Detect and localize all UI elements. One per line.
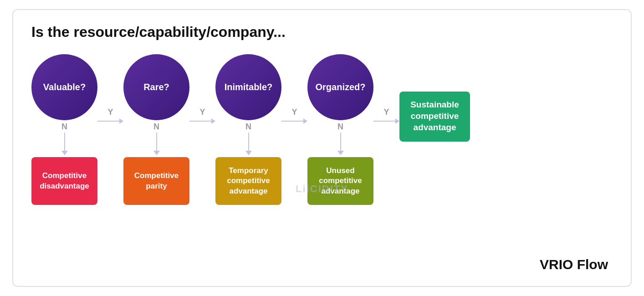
v-line-4 bbox=[340, 133, 341, 151]
arrow-right-4: Y bbox=[373, 107, 399, 124]
y-label-1: Y bbox=[107, 107, 113, 117]
arrow-right-3: Y bbox=[281, 107, 307, 124]
arrow-down-rare: N bbox=[153, 122, 160, 155]
vrio-card: Is the resource/capability/company... Va… bbox=[12, 9, 632, 287]
v-line-1 bbox=[64, 133, 65, 151]
circle-organized: Organized? bbox=[307, 54, 373, 120]
node-group-valuable: Valuable? N Competitive disadvantage bbox=[31, 54, 97, 205]
y-label-3: Y bbox=[291, 107, 297, 117]
vrio-flow-label: VRIO Flow bbox=[540, 257, 608, 272]
node-group-inimitable: Inimitable? N Temporary competitive adva… bbox=[215, 54, 281, 205]
outcome-competitive-disadvantage: Competitive disadvantage bbox=[31, 157, 97, 205]
arrow-down-valuable: N bbox=[61, 122, 68, 155]
y-label-2: Y bbox=[199, 107, 205, 117]
y-label-4: Y bbox=[383, 107, 389, 117]
node-group-rare: Rare? N Competitive parity bbox=[123, 54, 189, 205]
v-line-3 bbox=[248, 133, 249, 151]
circle-rare: Rare? bbox=[123, 54, 189, 120]
node-group-organized: Organized? N Unused competitive advantag… bbox=[307, 54, 373, 205]
circle-inimitable: Inimitable? bbox=[215, 54, 281, 120]
v-arrowhead-3 bbox=[245, 151, 252, 155]
v-arrowhead-1 bbox=[61, 151, 68, 155]
circle-valuable: Valuable? bbox=[31, 54, 97, 120]
v-arrowhead-4 bbox=[337, 151, 344, 155]
outcome-sustainable-competitive-advantage: Sustainable competitive advantage bbox=[399, 92, 470, 142]
outcome-temporary-competitive-advantage: Temporary competitive advantage bbox=[215, 157, 281, 205]
arrow-right-2: Y bbox=[189, 107, 215, 124]
v-line-2 bbox=[156, 133, 157, 151]
outcome-competitive-parity: Competitive parity bbox=[123, 157, 189, 205]
vrio-diagram: Valuable? N Competitive disadvantage Y bbox=[31, 54, 613, 205]
v-arrowhead-2 bbox=[153, 151, 160, 155]
sustainable-wrapper: Sustainable competitive advantage bbox=[399, 90, 470, 142]
outcome-unused-competitive-advantage: Unused competitive advantage bbox=[307, 157, 373, 205]
arrow-down-inimitable: N bbox=[245, 122, 252, 155]
main-title: Is the resource/capability/company... bbox=[31, 24, 613, 41]
arrow-right-1: Y bbox=[97, 107, 123, 124]
arrow-down-organized: N bbox=[337, 122, 344, 155]
